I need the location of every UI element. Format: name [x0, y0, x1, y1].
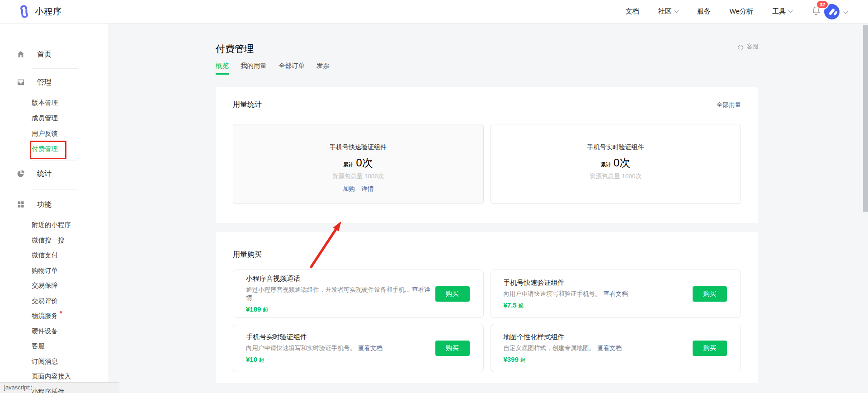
stat-card: 手机号实时验证组件 累计 0次 资源包总量 1000次 — [491, 124, 741, 204]
sidebar-item[interactable]: 客服 — [0, 339, 108, 354]
header-nav: 文档社区服务We分析工具 — [626, 7, 792, 16]
doc-link[interactable]: 查看文档 — [597, 345, 622, 351]
miniprogram-logo[interactable]: 小程序 — [18, 5, 62, 18]
purchase-card: 小程序音视频通话 通过小程序音视频通话组件，开发者可实现硬件设备和手机...查看… — [233, 270, 484, 318]
purchase-card: 手机号快速验证组件 向用户申请快速填写和验证手机号。查看文档 ¥7.5起 购买 — [491, 270, 741, 318]
sidebar-item[interactable]: 付费管理 — [0, 141, 108, 156]
sidebar-divider — [32, 161, 78, 161]
price-suffix: 起 — [263, 307, 268, 313]
sidebar-item[interactable]: 订阅消息 — [0, 354, 108, 369]
doc-link[interactable]: 查看文档 — [358, 345, 382, 351]
chevron-down-icon — [788, 9, 793, 13]
purchase-card-title: 手机号实时验证组件 — [246, 333, 382, 341]
purchase-card-grid: 小程序音视频通话 通过小程序音视频通话组件，开发者可实现硬件设备和手机...查看… — [233, 270, 741, 372]
buy-button[interactable]: 购买 — [435, 286, 470, 302]
stat-link[interactable]: 加购 — [343, 185, 355, 193]
usage-stats-panel: 用量统计 全部用量 手机号快速验证组件 累计 0次 资源包总量 1000次 加购… — [216, 87, 758, 223]
page-title: 付费管理 — [216, 43, 254, 55]
support-label: 客服 — [747, 43, 759, 51]
price-suffix: 起 — [520, 357, 526, 363]
tab-发票[interactable]: 发票 — [316, 62, 330, 75]
logo-text: 小程序 — [35, 6, 62, 18]
buy-button[interactable]: 购买 — [693, 286, 727, 302]
purchase-card-title: 手机号快速验证组件 — [504, 279, 628, 287]
sidebar-item[interactable]: 硬件设备 — [0, 324, 108, 339]
stat-links: 加购详情 — [343, 185, 373, 193]
sidebar-group-label: 功能 — [37, 200, 52, 209]
usage-purchase-heading: 用量购买 — [233, 250, 262, 260]
notification-badge: 32 — [816, 0, 829, 9]
purchase-card-desc: 自定义底图样式，创建专属地图。 — [504, 345, 595, 351]
sidebar-item[interactable]: 版本管理 — [0, 95, 108, 110]
header-nav-item[interactable]: 工具 — [772, 7, 792, 16]
stat-card-title: 手机号快速验证组件 — [330, 143, 387, 152]
sidebar-group-label: 统计 — [37, 169, 52, 179]
support-button[interactable]: 客服 — [737, 43, 759, 51]
tab-概览[interactable]: 概览 — [216, 62, 229, 75]
stat-card-row: 手机号快速验证组件 累计 0次 资源包总量 1000次 加购详情 手机号实时验证… — [233, 124, 741, 204]
sidebar-item[interactable]: 交易保障 — [0, 278, 108, 294]
purchase-card-desc: 向用户申请快速填写和实时验证手机号。 — [246, 345, 356, 351]
header-nav-item[interactable]: 服务 — [697, 7, 711, 16]
sidebar-item[interactable]: 微信搜一搜 — [0, 233, 108, 248]
purchase-card-desc: 通过小程序音视频通话组件，开发者可实现硬件设备和手机... — [246, 286, 410, 293]
sidebar-group-2[interactable]: 统计 — [0, 165, 108, 183]
notification-bell[interactable]: 32 — [811, 5, 821, 18]
sidebar-item[interactable]: 附近的小程序 — [0, 218, 108, 233]
home-icon — [16, 50, 25, 59]
sidebar-group-1[interactable]: 管理 — [0, 73, 108, 91]
account-chevron-down-icon[interactable] — [844, 9, 848, 14]
tab-我的用量[interactable]: 我的用量 — [241, 62, 267, 75]
header-nav-item[interactable]: 社区 — [658, 7, 678, 16]
stat-card-title: 手机号实时验证组件 — [587, 143, 644, 152]
price-suffix: 起 — [259, 357, 264, 363]
sidebar-item[interactable]: 成员管理 — [0, 110, 108, 126]
header-nav-item[interactable]: We分析 — [730, 7, 753, 16]
purchase-card: 手机号实时验证组件 向用户申请快速填写和实时验证手机号。查看文档 ¥10起 购买 — [233, 324, 484, 372]
sidebar: 首页 管理 版本管理成员管理用户反馈付费管理 统计 功能 附近的小程序微信搜一搜… — [0, 24, 108, 393]
sidebar-item[interactable]: 物流服务 — [0, 308, 108, 324]
stat-total-value: 0次 — [356, 156, 373, 170]
header-nav-item[interactable]: 文档 — [626, 7, 639, 16]
sidebar-divider — [32, 68, 78, 69]
tab-全部订单[interactable]: 全部订单 — [278, 62, 305, 75]
stat-total-value: 0次 — [613, 156, 630, 170]
doc-link[interactable]: 查看文档 — [604, 290, 628, 297]
scrollbar-thumb[interactable] — [863, 25, 868, 212]
miniprogram-logo-icon — [18, 5, 30, 18]
sidebar-item[interactable]: 交易评价 — [0, 294, 108, 309]
sidebar-sublist: 版本管理成员管理用户反馈付费管理 — [0, 95, 108, 156]
main-content: 付费管理 客服 概览我的用量全部订单发票 用量统计 全部用量 手机号快速验证组件… — [109, 24, 868, 393]
tray-icon — [16, 78, 25, 87]
sidebar-group-0[interactable]: 首页 — [0, 45, 108, 63]
headset-icon — [737, 43, 744, 50]
sidebar-group-3[interactable]: 功能 — [0, 195, 108, 213]
top-header: 小程序 文档社区服务We分析工具 32 — [0, 0, 868, 24]
sidebar-group-label: 首页 — [37, 50, 52, 59]
stat-total-label: 累计 — [344, 161, 354, 168]
sidebar-item[interactable]: 页面内容接入 — [0, 369, 108, 384]
usage-stats-heading: 用量统计 — [233, 100, 262, 109]
buy-button[interactable]: 购买 — [693, 341, 727, 356]
buy-button[interactable]: 购买 — [435, 341, 470, 356]
chevron-down-icon — [674, 9, 679, 13]
price: ¥10 — [246, 355, 257, 363]
sidebar-divider — [32, 189, 78, 189]
tab-bar: 概览我的用量全部订单发票 — [216, 62, 330, 75]
price: ¥7.5 — [504, 301, 517, 309]
purchase-card-desc: 向用户申请快速填写和验证手机号。 — [504, 290, 601, 297]
stat-card: 手机号快速验证组件 累计 0次 资源包总量 1000次 加购详情 — [233, 124, 484, 204]
stat-link[interactable]: 详情 — [361, 185, 373, 193]
sidebar-sublist: 附近的小程序微信搜一搜微信支付购物订单交易保障交易评价物流服务硬件设备客服订阅消… — [0, 218, 108, 393]
pie-chart-icon — [16, 169, 25, 178]
sidebar-item[interactable]: 微信支付 — [0, 248, 108, 263]
purchase-card-title: 小程序音视频通话 — [246, 275, 435, 283]
grid-icon — [16, 200, 25, 209]
all-usage-link[interactable]: 全部用量 — [717, 101, 741, 109]
sidebar-item[interactable]: 小程序插件 — [0, 384, 108, 393]
stat-package-total: 资源包总量 1000次 — [590, 172, 642, 180]
new-badge-dot — [60, 311, 62, 313]
sidebar-item[interactable]: 用户反馈 — [0, 126, 108, 141]
app-window: 小程序 文档社区服务We分析工具 32 首页 管理 版本管理成员管理用户反馈付费… — [0, 0, 868, 393]
sidebar-item[interactable]: 购物订单 — [0, 263, 108, 279]
